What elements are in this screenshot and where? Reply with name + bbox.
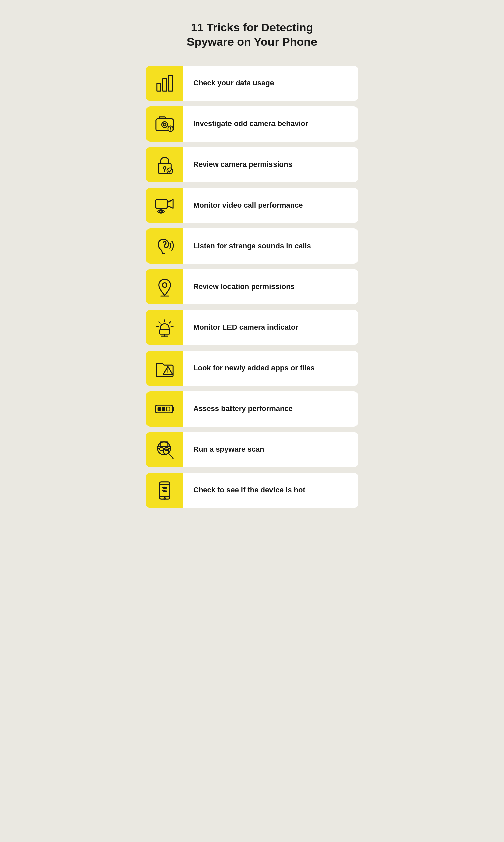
item-label: Check to see if the device is hot — [183, 479, 316, 502]
item-label: Monitor LED camera indicator — [183, 316, 308, 339]
list-item: Look for newly added apps or files — [146, 350, 358, 386]
bar-chart-icon — [154, 73, 175, 94]
svg-line-23 — [169, 322, 171, 323]
list-item: Review location permissions — [146, 269, 358, 305]
list-item: Check your data usage — [146, 66, 358, 101]
svg-point-8 — [170, 130, 171, 130]
ear-sound-icon-box — [146, 228, 183, 264]
item-label: Run a spyware scan — [183, 438, 274, 461]
item-label: Review camera permissions — [183, 153, 302, 176]
svg-rect-1 — [163, 79, 167, 91]
svg-line-22 — [159, 322, 160, 323]
battery-icon — [154, 399, 175, 419]
page-title: 11 Tricks for Detecting Spyware on Your … — [146, 20, 358, 49]
svg-point-28 — [167, 373, 168, 373]
svg-line-40 — [169, 448, 170, 449]
svg-rect-31 — [162, 407, 165, 411]
alarm-light-icon — [154, 317, 175, 338]
items-list: Check your data usage Inv — [146, 66, 358, 508]
phone-hot-icon-box — [146, 472, 183, 508]
list-item: Review camera permissions — [146, 147, 358, 182]
svg-point-15 — [161, 210, 162, 211]
item-label: Listen for strange sounds in calls — [183, 235, 321, 258]
svg-rect-30 — [158, 407, 161, 411]
video-eye-icon-box — [146, 188, 183, 223]
item-label: Assess battery performance — [183, 397, 303, 420]
phone-hot-icon — [154, 480, 175, 501]
page-container: 11 Tricks for Detecting Spyware on Your … — [126, 0, 378, 535]
alarm-light-icon-box — [146, 310, 183, 345]
list-item: Run a spyware scan — [146, 432, 358, 467]
location-pin-icon — [154, 276, 175, 297]
lock-check-icon — [154, 154, 175, 175]
svg-point-4 — [162, 122, 167, 127]
svg-line-41 — [169, 453, 173, 458]
svg-point-12 — [167, 168, 173, 173]
list-item: Monitor LED camera indicator — [146, 310, 358, 345]
svg-rect-32 — [167, 407, 170, 411]
item-label: Review location permissions — [183, 275, 305, 298]
item-label: Check your data usage — [183, 72, 284, 95]
list-item: Assess battery performance — [146, 391, 358, 427]
camera-alert-icon-box — [146, 106, 183, 142]
svg-rect-0 — [157, 83, 161, 91]
svg-point-16 — [162, 282, 167, 287]
svg-rect-36 — [160, 448, 164, 450]
svg-point-5 — [163, 123, 166, 126]
spy-search-icon-box — [146, 432, 183, 467]
svg-rect-13 — [156, 200, 167, 208]
svg-point-46 — [164, 498, 165, 499]
spy-search-icon — [154, 439, 175, 460]
battery-icon-box — [146, 391, 183, 427]
location-pin-icon-box — [146, 269, 183, 305]
svg-rect-18 — [160, 329, 170, 334]
folder-alert-icon — [154, 358, 175, 379]
camera-alert-icon — [154, 114, 175, 135]
item-label: Monitor video call performance — [183, 194, 313, 217]
svg-line-39 — [158, 448, 160, 449]
item-label: Investigate odd camera behavior — [183, 113, 318, 136]
ear-sound-icon — [154, 236, 175, 257]
list-item: Check to see if the device is hot — [146, 472, 358, 508]
list-item: Listen for strange sounds in calls — [146, 228, 358, 264]
svg-point-42 — [163, 449, 169, 454]
video-eye-icon — [154, 195, 175, 216]
folder-alert-icon-box — [146, 350, 183, 386]
list-item: Monitor video call performance — [146, 188, 358, 223]
lock-check-icon-box — [146, 147, 183, 182]
list-item: Investigate odd camera behavior — [146, 106, 358, 142]
svg-rect-2 — [169, 75, 173, 91]
item-label: Look for newly added apps or files — [183, 357, 325, 380]
bar-chart-icon-box — [146, 66, 183, 101]
